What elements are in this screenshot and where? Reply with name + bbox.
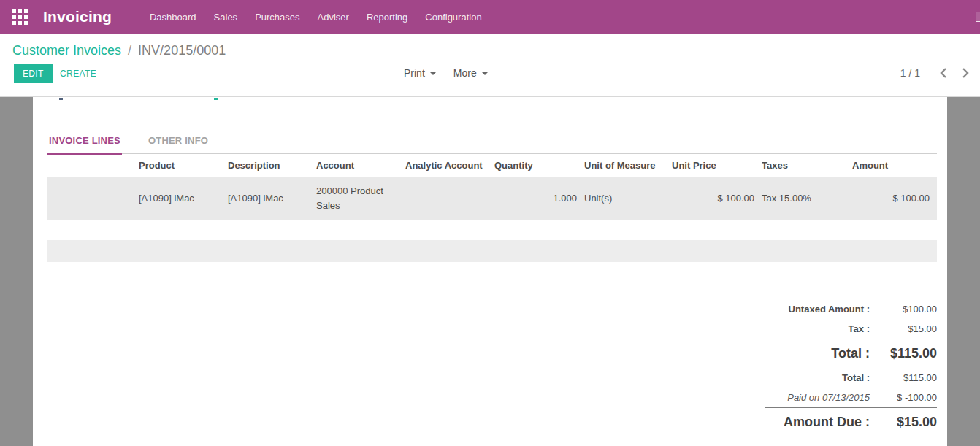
column-amount: Amount	[852, 154, 937, 177]
column-analytic-account: Analytic Account	[405, 154, 494, 177]
table-header-row: Product Description Account Analytic Acc…	[47, 154, 937, 177]
cell-amount: $ 100.00	[852, 177, 937, 220]
amount-due-value: $15.00	[870, 415, 937, 430]
pager-count: 1 / 1	[900, 67, 920, 79]
payment-value: $ -100.00	[870, 392, 937, 403]
cell-description: [A1090] iMac	[228, 177, 316, 220]
tab-other-info[interactable]: OTHER INFO	[147, 135, 210, 153]
total-value: $115.00	[870, 346, 937, 361]
amount-due-row: Amount Due : $15.00	[765, 408, 937, 437]
pager: 1 / 1	[900, 67, 970, 79]
notebook-tabs: INVOICE LINES OTHER INFO	[47, 135, 937, 154]
breadcrumb: Customer Invoices / INV/2015/0001	[0, 34, 980, 58]
app-title: Invoicing	[43, 8, 112, 26]
pager-next-icon[interactable]	[962, 67, 970, 79]
menu-configuration[interactable]: Configuration	[416, 7, 490, 27]
apps-grid-icon[interactable]	[12, 9, 28, 25]
menu-adviser[interactable]: Adviser	[309, 7, 358, 27]
breadcrumb-parent-link[interactable]: Customer Invoices	[12, 43, 121, 58]
more-dropdown[interactable]: More	[453, 67, 488, 79]
cell-handle	[47, 177, 139, 220]
top-navbar: Invoicing Dashboard Sales Purchases Advi…	[0, 0, 980, 34]
print-dropdown[interactable]: Print	[404, 67, 436, 79]
residual-total-label: Total :	[842, 372, 870, 383]
column-unit-of-measure: Unit of Measure	[584, 154, 672, 177]
invoice-lines-table: Product Description Account Analytic Acc…	[47, 154, 937, 220]
empty-list-placeholder	[47, 240, 937, 262]
cell-taxes: Tax 15.00%	[762, 177, 852, 220]
cell-unit-price: $ 100.00	[672, 177, 762, 220]
column-account: Account	[316, 154, 405, 177]
main-menu: Dashboard Sales Purchases Adviser Report…	[141, 7, 491, 27]
messages-icon[interactable]	[976, 12, 980, 22]
payment-row: Paid on 07/13/2015 $ -100.00	[765, 388, 937, 407]
edit-button[interactable]: EDIT	[14, 64, 53, 83]
column-handle	[47, 154, 139, 177]
total-label: Total :	[831, 346, 870, 361]
cell-quantity: 1.000	[494, 177, 584, 220]
payment-info-label[interactable]: Paid on 07/13/2015	[787, 392, 870, 403]
totals-panel: Untaxed Amount : $100.00 Tax : $15.00 To…	[765, 299, 937, 437]
tax-label: Tax :	[849, 323, 870, 334]
untaxed-amount-label: Untaxed Amount :	[789, 304, 870, 315]
content-area: INVOICE LINES OTHER INFO Product Descrip…	[0, 97, 980, 446]
residual-total-value: $115.00	[870, 372, 937, 383]
cell-analytic-account	[405, 177, 494, 220]
caret-down-icon	[430, 72, 436, 75]
caret-down-icon	[482, 72, 488, 75]
column-unit-price: Unit Price	[672, 154, 762, 177]
create-button[interactable]: CREATE	[60, 69, 96, 79]
tax-value: $15.00	[870, 323, 937, 334]
amount-due-label: Amount Due :	[784, 415, 870, 430]
menu-dashboard[interactable]: Dashboard	[141, 7, 205, 27]
residual-total-row: Total : $115.00	[765, 368, 937, 388]
tax-row: Tax : $15.00	[765, 319, 937, 339]
clipped-field-fragment	[59, 98, 63, 100]
total-row: Total : $115.00	[765, 339, 937, 368]
untaxed-amount-value: $100.00	[870, 304, 937, 315]
button-row: EDIT CREATE Print More 1 / 1	[0, 58, 980, 92]
cell-unit-of-measure: Unit(s)	[584, 177, 672, 220]
invoice-line-row[interactable]: [A1090] iMac [A1090] iMac 200000 Product…	[47, 177, 937, 220]
control-panel: Customer Invoices / INV/2015/0001 EDIT C…	[0, 34, 980, 97]
menu-reporting[interactable]: Reporting	[358, 7, 416, 27]
tab-invoice-lines[interactable]: INVOICE LINES	[47, 135, 122, 155]
invoice-form-sheet: INVOICE LINES OTHER INFO Product Descrip…	[33, 97, 947, 446]
menu-purchases[interactable]: Purchases	[246, 7, 308, 27]
pager-previous-icon[interactable]	[939, 67, 947, 79]
column-product: Product	[139, 154, 228, 177]
cell-account: 200000 Product Sales	[316, 177, 405, 220]
print-label: Print	[404, 67, 425, 79]
more-label: More	[453, 67, 477, 79]
breadcrumb-current: INV/2015/0001	[138, 43, 226, 58]
breadcrumb-separator: /	[125, 43, 134, 58]
cell-product: [A1090] iMac	[139, 177, 228, 220]
column-taxes: Taxes	[762, 154, 852, 177]
clipped-field-fragment	[214, 98, 218, 100]
column-quantity: Quantity	[494, 154, 584, 177]
column-description: Description	[228, 154, 316, 177]
menu-sales[interactable]: Sales	[205, 7, 247, 27]
untaxed-amount-row: Untaxed Amount : $100.00	[765, 299, 937, 319]
